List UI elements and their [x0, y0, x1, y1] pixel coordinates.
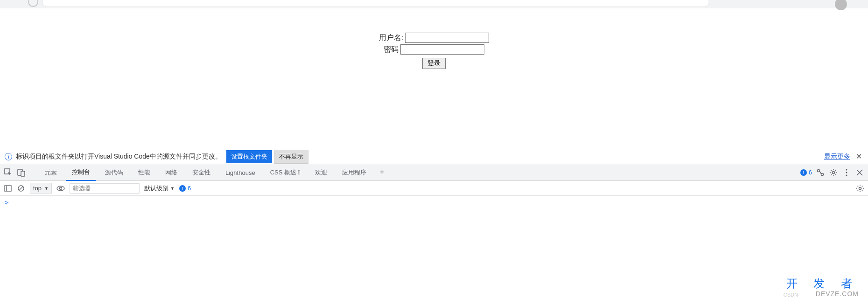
issues-chip[interactable]: ! 6: [800, 169, 812, 176]
svg-point-8: [846, 174, 847, 176]
context-value: top: [33, 185, 42, 192]
inspect-icon[interactable]: [4, 168, 13, 177]
svg-rect-9: [5, 186, 11, 191]
tab-elements[interactable]: 元素: [39, 164, 63, 180]
svg-line-12: [19, 187, 23, 190]
issue-dot-icon: !: [179, 185, 186, 192]
tab-console[interactable]: 控制台: [66, 164, 96, 181]
tab-security[interactable]: 安全性: [187, 164, 216, 180]
infobar-message: 标识项目的根文件夹以打开Visual Studio Code中的源文件并同步更改…: [16, 152, 222, 161]
network-conditions-icon[interactable]: [816, 168, 825, 177]
svg-point-13: [57, 186, 64, 191]
password-label: 密码: [384, 45, 399, 55]
filter-input[interactable]: [70, 183, 140, 194]
devtools-infobar: i 标识项目的根文件夹以打开Visual Studio Code中的源文件并同步…: [0, 149, 868, 164]
dont-show-button[interactable]: 不再显示: [274, 150, 308, 164]
svg-point-5: [833, 171, 835, 173]
console-issues[interactable]: ! 6: [179, 185, 191, 192]
log-level-label: 默认级别: [144, 184, 168, 193]
username-label: 用户名:: [379, 33, 403, 43]
watermark-top: 开 发 者: [786, 276, 859, 291]
tab-application[interactable]: 应用程序: [336, 164, 372, 180]
tab-welcome[interactable]: 欢迎: [309, 164, 333, 180]
svg-point-7: [846, 172, 847, 173]
login-button[interactable]: 登录: [422, 58, 446, 69]
settings-icon[interactable]: [829, 168, 838, 177]
devtools-tab-bar: 元素 控制台 源代码 性能 网络 安全性 Lighthouse CSS 概述 ⃤…: [0, 164, 868, 181]
console-toolbar: top 默认级别 ! 6: [0, 181, 868, 196]
nav-back-icon[interactable]: [28, 0, 38, 7]
address-bar[interactable]: [42, 0, 709, 7]
svg-point-15: [859, 187, 861, 189]
username-input[interactable]: [405, 33, 489, 43]
svg-point-6: [846, 169, 847, 170]
show-more-link[interactable]: 显示更多: [824, 152, 850, 161]
set-root-folder-button[interactable]: 设置根文件夹: [226, 150, 272, 163]
tab-lighthouse[interactable]: Lighthouse: [220, 165, 261, 180]
password-input[interactable]: [400, 44, 484, 55]
password-row: 密码: [378, 44, 490, 55]
console-prompt: >: [5, 199, 8, 206]
info-icon: i: [5, 153, 12, 160]
svg-point-14: [60, 187, 62, 189]
browser-chrome: [0, 0, 868, 8]
toggle-sidebar-icon[interactable]: [4, 184, 12, 193]
page-content: 用户名: 密码 登录: [0, 8, 868, 149]
username-row: 用户名:: [378, 33, 490, 43]
clear-console-icon[interactable]: [17, 184, 25, 193]
log-level-selector[interactable]: 默认级别: [144, 184, 175, 193]
close-icon[interactable]: ✕: [854, 152, 863, 161]
login-form: 用户名: 密码 登录: [378, 33, 490, 69]
add-tab-icon[interactable]: +: [376, 167, 388, 177]
device-toggle-icon[interactable]: [17, 168, 26, 177]
more-icon[interactable]: [842, 168, 851, 177]
close-devtools-icon[interactable]: [855, 168, 864, 177]
watermark-csdn: CSDN: [784, 292, 798, 298]
live-expression-icon[interactable]: [56, 184, 65, 193]
svg-rect-2: [21, 171, 25, 176]
console-settings-icon[interactable]: [856, 184, 864, 193]
issue-count: 6: [809, 169, 812, 176]
watermark: CSDN 开 发 者 DEVZE.COM: [786, 276, 859, 298]
console-body[interactable]: >: [0, 196, 868, 209]
tab-performance[interactable]: 性能: [133, 164, 156, 180]
tab-css-overview[interactable]: CSS 概述 ⃤: [265, 164, 306, 180]
context-selector[interactable]: top: [30, 183, 52, 194]
console-issue-count: 6: [188, 185, 191, 192]
issue-dot-icon: !: [800, 169, 807, 176]
tab-sources[interactable]: 源代码: [99, 164, 129, 180]
tab-network[interactable]: 网络: [160, 164, 183, 180]
